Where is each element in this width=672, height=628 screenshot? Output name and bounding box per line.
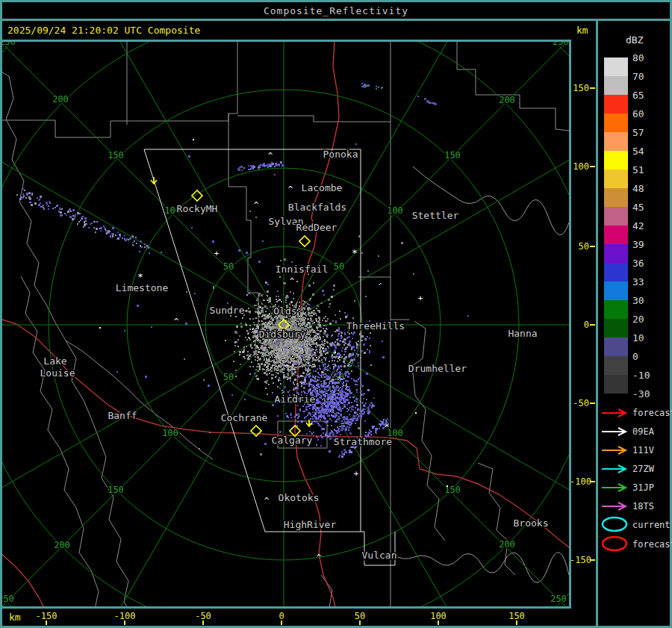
dbz-scale-label: 39 [632, 239, 662, 250]
bottom-axis-tick [46, 621, 47, 625]
plus-marker-icon: + [354, 469, 359, 479]
dot-marker [447, 485, 448, 487]
caret-marker-icon: ^ [317, 553, 322, 562]
caret-marker-icon: ^ [268, 151, 273, 161]
county-boundary [237, 116, 391, 122]
bottom-axis-tick-label: 0 [267, 611, 296, 621]
panel-divider [596, 19, 598, 628]
dbz-swatch [604, 188, 628, 207]
city-label-stettler: Stettler [412, 210, 459, 221]
radar-app-window: Composite_Reflectivity 2025/09/24 21:20:… [0, 0, 672, 628]
dbz-swatch [604, 263, 628, 282]
dbz-scale-label: 10 [632, 332, 662, 343]
bottom-axis-tick [516, 621, 517, 625]
right-axis-tick-label: 0 [570, 320, 589, 330]
city-label-louise: Louise [40, 367, 75, 379]
legend-arrow-icon [600, 464, 632, 474]
dbz-scale-label: 30 [632, 295, 662, 306]
legend-label: 18TS [632, 501, 654, 512]
window-title: Composite_Reflectivity [0, 2, 672, 19]
dbz-scale-label: 80 [632, 52, 662, 63]
city-label-vulcan: Vulcan [362, 550, 397, 561]
right-axis-tick [590, 402, 595, 404]
dbz-swatch [604, 76, 628, 95]
range-ring-label: 250 [2, 594, 14, 604]
range-ring-label: 250 [553, 42, 569, 47]
range-ring-label: 50 [223, 372, 234, 382]
range-ring-label: 200 [52, 94, 69, 105]
right-axis-tick [590, 324, 595, 326]
bottom-axis-tick [281, 621, 282, 625]
dbz-swatch [604, 244, 628, 263]
star-marker-icon: * [137, 271, 143, 282]
radar-site-diamond-icon [299, 236, 310, 246]
dbz-swatch [604, 300, 628, 319]
bottom-axis-tick [359, 621, 361, 625]
right-axis-tick-label: 100 [570, 161, 589, 172]
caret-marker-icon: ^ [254, 200, 259, 210]
radar-map-canvas[interactable]: 5050505010010010010015015015015020020020… [2, 42, 569, 606]
dbz-swatch [604, 132, 628, 151]
dbz-swatch [604, 207, 628, 226]
bottom-axis-unit: km [9, 612, 21, 623]
dbz-swatch [604, 170, 628, 188]
city-label-sundre: Sundre [210, 305, 245, 316]
dot-marker [335, 352, 336, 353]
city-label-banff: Banff [108, 410, 137, 421]
dbz-scale-label: 42 [632, 220, 662, 231]
legend-label: 09EA [632, 426, 654, 437]
city-label-limestone: Limestone [116, 282, 169, 293]
city-label-drumheller: Drumheller [408, 363, 467, 374]
range-ring-label: 200 [54, 540, 70, 550]
plus-marker-icon: + [418, 293, 423, 303]
dbz-scale-label: 36 [632, 258, 662, 269]
right-axis-tick-label: 50 [570, 241, 589, 252]
right-axis-tick [590, 481, 595, 482]
dbz-scale-label: 0 [632, 351, 662, 362]
right-axis-tick-label: -150 [570, 555, 589, 565]
dbz-scale-label: 33 [632, 276, 662, 287]
legend-arrow-icon [600, 501, 632, 512]
titlebar-separator [0, 19, 672, 21]
range-ring-label: 150 [444, 150, 461, 161]
legend-arrow-icon [600, 408, 632, 418]
city-label-hanna: Hanna [508, 328, 537, 339]
city-label-brooks: Brooks [514, 517, 549, 529]
star-marker-icon: * [352, 247, 358, 258]
city-label-rockymh: RockyMH [177, 203, 218, 214]
legend-arrow-icon [600, 426, 632, 437]
city-label-blackfalds: Blackfalds [288, 202, 346, 213]
county-boundary [66, 341, 213, 459]
legend-ellipse-icon [600, 535, 632, 553]
plus-marker-icon: + [214, 249, 220, 258]
dbz-scale-label: 57 [632, 127, 662, 138]
range-ring-label: 200 [499, 539, 515, 550]
dot-marker [415, 412, 417, 414]
dbz-scale-label: 48 [632, 183, 662, 194]
dbz-swatch [604, 282, 628, 300]
storm-motion-arrow-icon [306, 420, 312, 426]
city-label-reddeer: RedDeer [296, 222, 337, 233]
dbz-scale-label: 20 [632, 314, 662, 325]
bottom-axis-tick-label: 100 [423, 611, 453, 621]
radar-map-viewport[interactable]: 5050505010010010010015015015015020020020… [0, 40, 571, 609]
city-label-lake: Lake [43, 355, 66, 367]
city-label-strathmore: Strathmore [334, 436, 392, 447]
legend-ellipse-icon [600, 515, 632, 533]
county-boundary [2, 42, 237, 137]
radar-site-diamond-icon [251, 426, 261, 436]
right-axis-unit: km [576, 25, 588, 36]
city-label-calgary: Calgary [272, 435, 313, 446]
city-label-threehills: ThreeHills [346, 320, 405, 332]
storm-motion-arrow-icon [151, 177, 157, 184]
city-label-highriver: HighRiver [284, 519, 337, 530]
city-label-innisfail: Innisfail [276, 264, 328, 275]
legend-label: 111V [632, 445, 654, 456]
range-ring-label: 200 [499, 95, 515, 105]
caret-marker-icon: ^ [284, 363, 290, 373]
legend-arrow-icon [600, 482, 632, 493]
county-boundary [478, 463, 515, 575]
dbz-scale-label: 54 [632, 146, 662, 157]
dbz-scale-label: -10 [632, 370, 662, 381]
city-label-lacombe: Lacombe [302, 182, 343, 193]
